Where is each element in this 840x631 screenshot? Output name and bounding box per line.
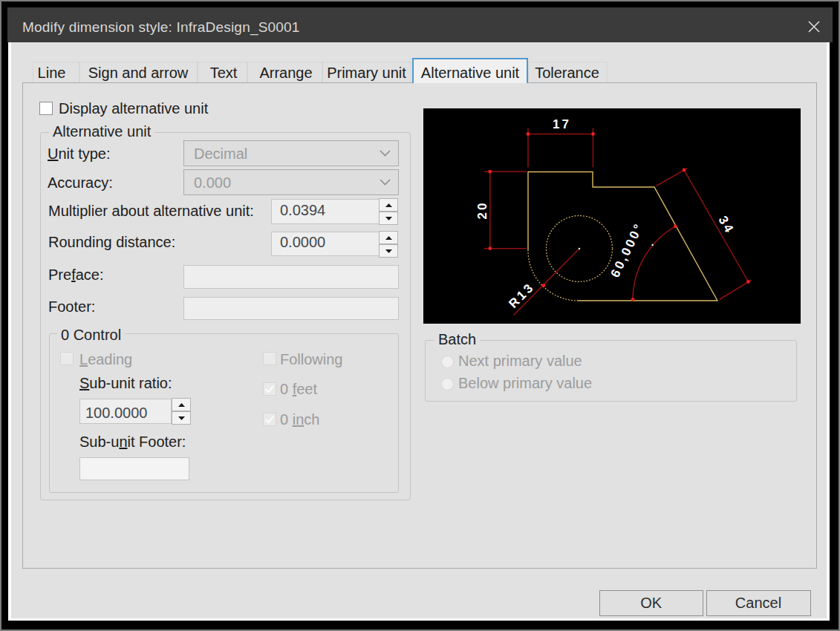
svg-text:34: 34 <box>716 214 738 237</box>
svg-text:17: 17 <box>553 117 571 131</box>
svg-text:60,000°: 60,000° <box>608 220 646 280</box>
svg-text:20: 20 <box>475 201 489 220</box>
